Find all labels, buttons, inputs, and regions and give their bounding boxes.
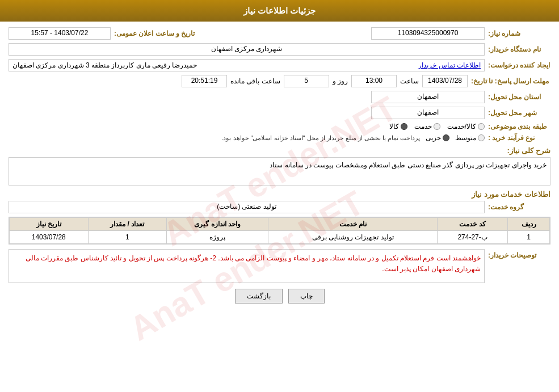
province-label: استان محل تحویل: xyxy=(488,93,550,101)
deadline-days: 5 xyxy=(284,75,329,87)
requester-label: ایجاد کننده درخواست: xyxy=(488,61,550,69)
page-header: جزئیات اطلاعات نیاز xyxy=(0,0,559,22)
purchase-type-label-2: متوسط xyxy=(455,134,476,142)
button-row: چاپ بازگشت xyxy=(9,289,550,304)
requester-value: حمیدرضا رفیعی ماری کاربرداز منطقه 3 شهرد… xyxy=(12,61,197,69)
city-value: اصفهان xyxy=(371,107,485,119)
city-label: شهر محل تحویل: xyxy=(488,109,550,117)
cell-row-1: 1 xyxy=(508,231,550,244)
purchase-type-note: پرداخت تمام یا بخشی از مبلغ خریدار از مح… xyxy=(221,134,420,142)
col-row: ردیف xyxy=(508,218,550,231)
category-option-2[interactable]: خدمت xyxy=(414,123,440,130)
category-label-1: کالا xyxy=(389,123,399,130)
announce-date-value: 1403/07/22 - 15:57 xyxy=(9,27,111,40)
need-number-value: 1103094325000970 xyxy=(371,27,485,40)
category-radio-2 xyxy=(434,123,440,130)
col-unit: واحد اندازه گیری xyxy=(166,218,268,231)
category-radio-3 xyxy=(478,123,485,130)
deadline-remaining: 20:51:19 xyxy=(182,75,227,87)
service-group-value: تولید صنعتی (ساخت) xyxy=(9,201,485,213)
col-qty: تعداد / مقدار xyxy=(88,218,166,231)
print-button[interactable]: چاپ xyxy=(288,289,325,304)
purchase-type-radio-1 xyxy=(443,134,449,141)
deadline-date: 1403/07/28 xyxy=(422,75,468,87)
category-radio-1 xyxy=(401,123,407,130)
cell-date-1: 1403/07/28 xyxy=(10,231,89,244)
time-label: ساعت xyxy=(400,77,419,85)
province-value: اصفهان xyxy=(371,91,485,103)
services-table: ردیف کد خدمت نام خدمت واحد اندازه گیری ت… xyxy=(9,217,550,245)
remaining-label: ساعت باقی مانده xyxy=(230,77,280,85)
purchase-type-option-1[interactable]: جزیی xyxy=(426,134,449,142)
table-row: 1 ب-27-274 تولید تجهیزات روشنایی برقی پر… xyxy=(10,231,550,244)
cell-qty-1: 1 xyxy=(88,231,166,244)
category-option-1[interactable]: کالا xyxy=(389,123,407,130)
category-option-3[interactable]: کالا/خدمت xyxy=(447,123,485,130)
category-label-3: کالا/خدمت xyxy=(447,123,476,130)
purchase-type-label: نوع فرآیند خرید : xyxy=(488,134,550,142)
services-title: اطلاعات خدمات مورد نیاز xyxy=(9,190,550,199)
cell-name-1: تولید تجهیزات روشنایی برقی xyxy=(268,231,438,244)
requester-link[interactable]: اطلاعات تماس خریدار xyxy=(418,61,481,69)
cell-unit-1: پروژه xyxy=(166,231,268,244)
category-label: طبقه بندی موضوعی: xyxy=(488,123,550,130)
purchase-type-label-1: جزیی xyxy=(426,134,441,142)
description-title: شرح کلی نیاز: xyxy=(9,146,550,155)
days-label: روز و xyxy=(333,77,348,85)
category-label-2: خدمت xyxy=(414,123,432,130)
buyer-notes-value: خواهشمند است فرم استعلام تکمیل و در ساما… xyxy=(12,253,481,275)
buyer-org-value: شهرداری مرکزی اصفهان xyxy=(9,43,485,56)
col-date: تاریخ نیاز xyxy=(10,218,89,231)
cell-code-1: ب-27-274 xyxy=(438,231,508,244)
announce-date-label: تاریخ و ساعت اعلان عمومی: xyxy=(114,29,195,37)
purchase-type-option-2[interactable]: متوسط xyxy=(455,134,485,142)
buyer-notes-label: توصیحات خریدار: xyxy=(488,251,550,259)
need-number-label: شماره نیاز: xyxy=(488,29,550,37)
buyer-org-label: نام دستگاه خریدار: xyxy=(488,45,550,53)
deadline-label: مهلت ارسال پاسخ: تا تاریخ: xyxy=(471,77,550,85)
col-code: کد خدمت xyxy=(438,218,508,231)
col-name: نام خدمت xyxy=(268,218,438,231)
description-value: خرید واجرای تجهیزات نور پردازی گذر صنایع… xyxy=(12,161,547,169)
deadline-time: 13:00 xyxy=(351,75,397,87)
service-group-label: گروه خدمت: xyxy=(488,203,550,211)
page-title: جزئیات اطلاعات نیاز xyxy=(243,6,316,15)
purchase-type-radio-2 xyxy=(478,134,485,141)
back-button[interactable]: بازگشت xyxy=(235,289,283,304)
